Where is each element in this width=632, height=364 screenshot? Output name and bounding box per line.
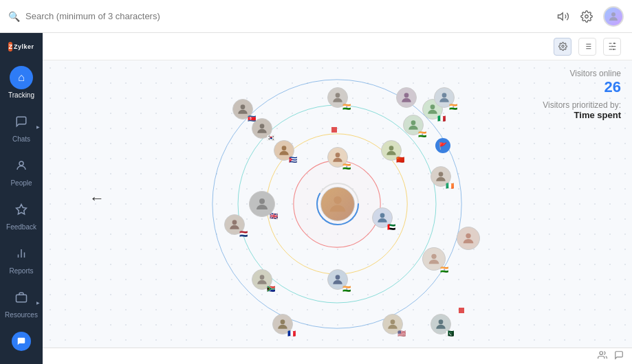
svg-point-23 [611,46,612,47]
svg-point-52 [280,319,285,324]
svg-point-35 [281,146,286,150]
toolbar-grid-icon[interactable] [554,38,571,56]
dot-1 [331,127,337,133]
svg-marker-4 [17,205,27,214]
svg-point-38 [259,198,265,204]
svg-point-51 [404,93,408,98]
visitor-avatar-16 [457,227,480,250]
visitor-node-17[interactable]: 🇺🇸 [382,314,403,334]
resources-label: Resources [5,311,38,319]
app-name: Zylker [14,43,34,50]
sound-icon[interactable] [556,10,570,23]
stats-panel: Visitors online 26 Visitors prioritized … [543,69,621,120]
sidebar-item-tracking[interactable]: ⌂ Tracking [0,60,43,104]
visitor-node-4[interactable]: 🇨🇳 [381,140,402,161]
feedback-label: Feedback [6,223,36,231]
flag-badge-10: 🇮🇪 [446,183,454,190]
flag-badge-1: 🇮🇳 [342,163,351,170]
svg-point-9 [561,45,563,47]
flag-pin[interactable]: 🚩 [435,138,450,153]
flag-badge-20: 🇫🇷 [287,330,296,337]
content-area: Visitors online 26 Visitors prioritized … [43,33,632,364]
svg-point-44 [259,275,264,280]
svg-point-22 [613,43,614,44]
visitor-node-10[interactable]: 🇮🇪 [431,166,451,187]
content-toolbar [43,33,632,60]
sidebar-item-resources[interactable]: Resources [0,280,43,324]
svg-point-3 [19,161,23,166]
tracking-icon-wrap: ⌂ [10,66,33,89]
chats-label: Chats [12,135,30,143]
visitor-node-18[interactable]: 🇵🇰 [431,314,451,334]
visitor-node-21[interactable]: 🇮🇳 [434,87,455,108]
visitor-node-9[interactable]: 🇮🇳 [403,115,424,135]
svg-point-37 [335,275,340,280]
visitors-online-count: 26 [543,78,621,96]
svg-point-32 [334,196,341,204]
sidebar-item-reports[interactable]: Reports [0,236,43,280]
people-label: People [10,179,32,187]
chat-icon [15,115,28,128]
bottom-chat-icon[interactable] [614,350,624,362]
flag-badge-18: 🇵🇰 [446,330,454,337]
flag-badge-13: 🇳🇱 [239,231,248,238]
sidebar-item-people[interactable]: People [0,148,43,192]
visitor-node-12[interactable]: 🇿🇦 [252,269,272,290]
sidebar-item-chats[interactable]: Chats [0,104,43,148]
user-avatar[interactable] [603,6,624,27]
visitor-node-6[interactable]: 🇬🇧 [249,191,275,217]
toolbar-list-icon[interactable] [578,38,596,56]
settings-icon[interactable] [580,10,593,23]
flag-badge-3: 🇨🇺 [289,157,297,163]
svg-point-41 [411,120,415,125]
visitor-node-13[interactable]: 🇳🇱 [224,214,245,235]
dot-marker-1 [331,127,337,133]
visitor-node-2[interactable]: 🇦🇪 [372,207,393,228]
svg-point-2 [611,12,615,16]
visitors-online-label: Visitors online [543,69,621,78]
flag-badge-9: 🇮🇳 [418,131,426,138]
visitor-node-5[interactable]: 🇮🇳 [327,269,348,290]
person-icon [15,159,28,172]
app-logo: Z Zylker [9,38,34,55]
visitor-node-11[interactable]: 🇮🇳 [422,247,446,271]
flag-badge-17: 🇺🇸 [397,330,406,337]
svg-point-54 [600,352,603,355]
center-visitor[interactable] [320,187,355,221]
svg-point-24 [613,49,613,49]
chat-bubble-icon-wrap [10,330,33,353]
svg-point-43 [431,254,436,259]
flag-badge-4: 🇨🇳 [396,157,404,163]
reports-icon-wrap [10,242,33,265]
svg-point-40 [259,124,264,128]
reports-label: Reports [9,267,33,275]
svg-point-42 [438,172,443,177]
visitor-node-16[interactable] [457,227,480,250]
visitor-node-7[interactable]: 🇮🇳 [327,87,348,108]
visitor-node-3[interactable]: 🇨🇺 [274,140,294,161]
toolbar-filter-icon[interactable] [603,38,621,56]
dot-2 [459,308,464,313]
search-input[interactable] [25,11,551,21]
visitor-node-1[interactable]: 🇮🇳 [327,147,348,168]
flag-pin-icon: 🚩 [435,138,450,153]
box-icon [15,291,28,304]
visitor-node-14[interactable]: 🇰🇵 [232,99,253,120]
chart-icon [15,247,28,260]
svg-point-39 [335,93,340,98]
people-icon-wrap [10,154,33,177]
sidebar-item-feedback[interactable]: Feedback [0,192,43,236]
dot-marker-2 [459,308,464,313]
svg-point-50 [438,319,443,324]
bottom-people-icon[interactable] [598,350,607,362]
visitor-node-19[interactable] [396,87,417,108]
flag-badge-5: 🇮🇳 [342,286,351,293]
bottom-bar [43,348,632,364]
top-right-icons [556,6,624,27]
svg-point-45 [232,220,237,225]
svg-point-49 [390,319,395,324]
main-area: Z Zylker ⌂ Tracking Chats [0,33,632,364]
svg-rect-8 [17,295,27,302]
visitor-node-20[interactable]: 🇫🇷 [272,314,293,334]
sidebar-item-chat-bubble[interactable] [7,324,36,359]
